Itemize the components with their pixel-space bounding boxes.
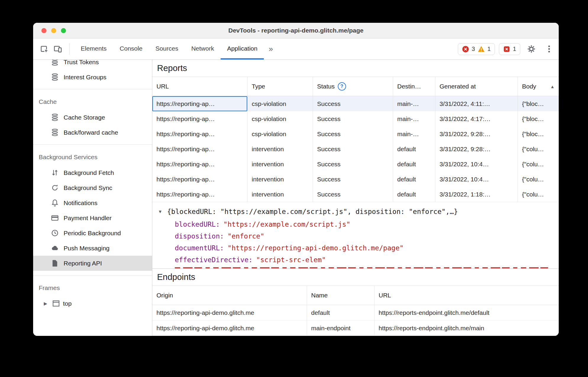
tab-network[interactable]: Network bbox=[185, 38, 221, 59]
reports-col-url[interactable]: URL bbox=[152, 77, 248, 96]
report-cell-status[interactable]: Success bbox=[313, 141, 393, 157]
report-cell-type[interactable]: intervention bbox=[248, 141, 313, 157]
status-help-icon[interactable]: ? bbox=[338, 82, 346, 91]
report-cell-type[interactable]: csp-violation bbox=[248, 111, 313, 126]
sidebar-item-notifications[interactable]: Notifications bbox=[33, 195, 152, 210]
sidebar-item-cache-storage[interactable]: Cache Storage bbox=[33, 110, 152, 125]
tab-sources[interactable]: Sources bbox=[149, 38, 185, 59]
console-errors-warnings-badge[interactable]: 3 1 bbox=[458, 43, 495, 55]
report-cell-destination[interactable]: default bbox=[393, 187, 435, 202]
report-cell-destination[interactable]: default bbox=[393, 172, 435, 187]
report-cell-body[interactable]: {"bloc… bbox=[518, 96, 559, 111]
report-cell-status[interactable]: Success bbox=[313, 111, 393, 126]
report-cell-body[interactable]: {"bloc… bbox=[518, 126, 559, 141]
report-cell-type[interactable]: csp-violation bbox=[248, 126, 313, 141]
sidebar-item-periodic-background-sync[interactable]: Periodic Background bbox=[33, 225, 152, 241]
endpoints-col-name[interactable]: Name bbox=[307, 286, 374, 305]
endpoint-cell-origin[interactable]: https://reporting-api-demo.glitch.me bbox=[152, 320, 307, 336]
report-row[interactable]: https://reporting-ap… intervention Succe… bbox=[152, 157, 559, 172]
report-row[interactable]: https://reporting-ap… intervention Succe… bbox=[152, 172, 559, 187]
report-row[interactable]: https://reporting-ap… csp-violation Succ… bbox=[152, 126, 559, 141]
reports-col-status[interactable]: Status ? bbox=[313, 77, 393, 96]
chevron-right-icon[interactable]: ▶ bbox=[44, 301, 49, 306]
sidebar-item-interest-groups[interactable]: Interest Groups bbox=[33, 70, 152, 85]
report-cell-destination[interactable]: default bbox=[393, 141, 435, 157]
reports-col-type[interactable]: Type bbox=[248, 77, 313, 96]
sidebar-item-trust-tokens[interactable]: Trust Tokens bbox=[33, 60, 152, 70]
endpoint-cell-name[interactable]: main-endpoint bbox=[307, 320, 374, 336]
report-cell-generated[interactable]: 3/31/2022, 10:4… bbox=[435, 172, 518, 187]
chevron-down-icon[interactable]: ▼ bbox=[159, 206, 164, 218]
report-cell-destination[interactable]: main-… bbox=[393, 96, 435, 111]
report-row[interactable]: https://reporting-ap… intervention Succe… bbox=[152, 187, 559, 202]
report-cell-status[interactable]: Success bbox=[313, 126, 393, 141]
more-tabs-button[interactable]: » bbox=[264, 38, 277, 59]
report-cell-generated[interactable]: 3/31/2022, 9:28:… bbox=[435, 141, 518, 157]
endpoint-row[interactable]: https://reporting-api-demo.glitch.me mai… bbox=[152, 320, 559, 336]
reports-col-destination[interactable]: Destin… bbox=[393, 77, 435, 96]
sidebar-item-reporting-api[interactable]: Reporting API bbox=[33, 256, 152, 271]
report-cell-type[interactable]: intervention bbox=[248, 187, 313, 202]
report-cell-url[interactable]: https://reporting-ap… bbox=[152, 111, 248, 126]
sidebar-item-top-frame[interactable]: ▶ top bbox=[33, 296, 152, 311]
settings-button[interactable] bbox=[524, 42, 538, 56]
sidebar-item-background-sync[interactable]: Background Sync bbox=[33, 180, 152, 195]
endpoint-row[interactable]: https://reporting-api-demo.glitch.me def… bbox=[152, 305, 559, 320]
report-cell-status[interactable]: Success bbox=[313, 172, 393, 187]
tab-application[interactable]: Application bbox=[221, 38, 264, 59]
report-cell-url[interactable]: https://reporting-ap… bbox=[152, 172, 248, 187]
sidebar-section-frames: Frames bbox=[33, 280, 152, 296]
report-cell-type[interactable]: intervention bbox=[248, 157, 313, 172]
error-count: 3 bbox=[472, 46, 475, 52]
tab-console[interactable]: Console bbox=[113, 38, 149, 59]
report-cell-body[interactable]: {"colu… bbox=[518, 141, 559, 157]
report-cell-body[interactable]: {"colu… bbox=[518, 187, 559, 202]
report-row[interactable]: https://reporting-ap… intervention Succe… bbox=[152, 141, 559, 157]
report-cell-url[interactable]: https://reporting-ap… bbox=[152, 187, 248, 202]
close-window-button[interactable] bbox=[41, 28, 46, 33]
report-row[interactable]: https://reporting-ap… csp-violation Succ… bbox=[152, 111, 559, 126]
report-cell-body[interactable]: {"colu… bbox=[518, 157, 559, 172]
report-cell-status[interactable]: Success bbox=[313, 187, 393, 202]
report-cell-body[interactable]: {"bloc… bbox=[518, 111, 559, 126]
issues-badge[interactable]: 1 bbox=[499, 43, 520, 55]
report-cell-body[interactable]: {"colu… bbox=[518, 172, 559, 187]
report-cell-destination[interactable]: default bbox=[393, 157, 435, 172]
report-cell-type[interactable]: intervention bbox=[248, 172, 313, 187]
endpoint-cell-origin[interactable]: https://reporting-api-demo.glitch.me bbox=[152, 305, 307, 320]
endpoints-col-origin[interactable]: Origin bbox=[152, 286, 307, 305]
report-cell-generated[interactable]: 3/31/2022, 1:18:… bbox=[435, 187, 518, 202]
reports-col-body[interactable]: Body ▲ bbox=[518, 77, 559, 96]
endpoint-cell-url[interactable]: https://reports-endpoint.glitch.me/defau… bbox=[374, 305, 559, 320]
report-cell-generated[interactable]: 3/31/2022, 4:11:… bbox=[435, 96, 518, 111]
report-cell-destination[interactable]: main-… bbox=[393, 111, 435, 126]
main-menu-button[interactable] bbox=[542, 42, 556, 56]
report-cell-type[interactable]: csp-violation bbox=[248, 96, 313, 111]
endpoint-cell-name[interactable]: default bbox=[307, 305, 374, 320]
endpoints-col-url[interactable]: URL bbox=[374, 286, 559, 305]
device-toolbar-button[interactable] bbox=[51, 42, 64, 56]
report-cell-url[interactable]: https://reporting-ap… bbox=[152, 141, 248, 157]
report-cell-generated[interactable]: 3/31/2022, 10:4… bbox=[435, 157, 518, 172]
report-cell-destination[interactable]: main-… bbox=[393, 126, 435, 141]
minimize-window-button[interactable] bbox=[51, 28, 56, 33]
endpoint-cell-url[interactable]: https://reports-endpoint.glitch.me/main bbox=[374, 320, 559, 336]
sidebar-item-payment-handler[interactable]: Payment Handler bbox=[33, 210, 152, 225]
sidebar-item-background-fetch[interactable]: Background Fetch bbox=[33, 165, 152, 180]
sidebar-item-back-forward-cache[interactable]: Back/forward cache bbox=[33, 125, 152, 140]
report-cell-generated[interactable]: 3/31/2022, 4:17:… bbox=[435, 111, 518, 126]
report-cell-generated[interactable]: 3/31/2022, 9:28:… bbox=[435, 126, 518, 141]
report-row[interactable]: https://reporting-ap… csp-violation Succ… bbox=[152, 96, 559, 111]
json-object-summary[interactable]: ▼ {blockedURL: "https://example.com/scri… bbox=[152, 206, 559, 218]
report-cell-url[interactable]: https://reporting-ap… bbox=[152, 96, 248, 111]
inspect-element-button[interactable] bbox=[37, 42, 51, 56]
reports-col-generated-at[interactable]: Generated at bbox=[435, 77, 518, 96]
report-cell-status[interactable]: Success bbox=[313, 96, 393, 111]
tab-elements[interactable]: Elements bbox=[74, 38, 113, 59]
report-cell-url[interactable]: https://reporting-ap… bbox=[152, 157, 248, 172]
report-cell-url[interactable]: https://reporting-ap… bbox=[152, 126, 248, 141]
sidebar-item-push-messaging[interactable]: Push Messaging bbox=[33, 241, 152, 256]
report-cell-status[interactable]: Success bbox=[313, 157, 393, 172]
clipped-json-line bbox=[175, 267, 552, 268]
zoom-window-button[interactable] bbox=[61, 28, 66, 33]
